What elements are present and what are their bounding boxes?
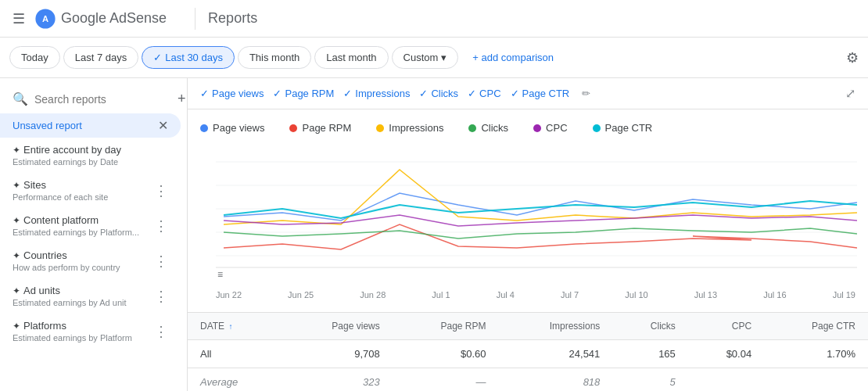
th-page-views[interactable]: Page views [282,313,393,340]
add-comparison-button[interactable]: + add comparison [464,47,561,68]
logo-text: Google AdSense [61,10,167,27]
check-icon: ✓ [200,88,209,99]
sort-icon: ↑ [228,322,232,331]
legend-page-ctr: Page CTR [593,122,653,134]
svg-text:A: A [42,14,48,23]
sidebar: 🔍 + Unsaved report ✕ ✦ Entire account by… [0,78,188,391]
content-platform-menu-icon[interactable]: ⋮ [154,217,168,235]
th-page-rpm[interactable]: Page RPM [393,313,499,340]
check-icon: ✓ [153,52,162,63]
platforms-menu-icon[interactable]: ⋮ [154,323,168,340]
row-all-clicks: 165 [612,340,688,368]
sidebar-item-content-platform-title: ✦ Content platform [13,214,148,226]
content-area: ✓ Page views ✓ Page RPM ✓ Impressions ✓ … [188,78,868,391]
x-label-4: Jul 4 [497,290,515,300]
th-impressions[interactable]: Impressions [499,313,613,340]
check-icon: ✓ [468,88,476,99]
table-header-row: DATE ↑ Page views Page RPM Impressions C… [188,313,868,340]
unsaved-report-item[interactable]: Unsaved report ✕ [0,113,181,138]
countries-menu-icon[interactable]: ⋮ [154,253,168,270]
sidebar-item-content-platform[interactable]: ✦ Content platform Estimated earnings by… [0,208,181,243]
filter-today[interactable]: Today [9,46,60,69]
legend-dot-cpc [533,124,541,132]
data-table: DATE ↑ Page views Page RPM Impressions C… [188,312,868,391]
page-title: Reports [208,10,257,27]
filter-this-month[interactable]: This month [238,46,311,69]
filter-last7[interactable]: Last 7 days [63,46,139,69]
filter-custom[interactable]: Custom ▾ [392,46,459,69]
filter-right: ⚙ [846,49,859,66]
check-icon: ✓ [511,88,519,99]
sidebar-item-sites[interactable]: ✦ Sites Performance of each site ⋮ [0,173,181,208]
metric-page-rpm[interactable]: ✓ Page RPM [273,88,334,99]
sidebar-item-countries-title: ✦ Countries [13,249,148,261]
row-all-page-ctr: 1.70% [764,340,868,368]
sidebar-item-countries-subtitle: How ads perform by country [13,263,148,272]
filter-last-month[interactable]: Last month [314,46,388,69]
sidebar-item-sites-title: ✦ Sites [13,179,148,191]
report-icon: ✦ [13,145,20,156]
row-average-cpc [688,368,764,392]
ad-units-menu-icon[interactable]: ⋮ [154,288,168,305]
collapse-icon[interactable]: ⤢ [845,86,855,101]
th-clicks[interactable]: Clicks [612,313,688,340]
metric-clicks[interactable]: ✓ Clicks [419,88,458,99]
row-average-impressions: 818 [499,368,613,392]
row-all-impressions: 24,541 [499,340,613,368]
row-all-cpc: $0.04 [688,340,764,368]
main-layout: 🔍 + Unsaved report ✕ ✦ Entire account by… [0,78,868,391]
sidebar-item-entire-account[interactable]: ✦ Entire account by day Estimated earnin… [0,138,181,173]
row-average-label: Average [188,368,282,392]
metric-cpc[interactable]: ✓ CPC [468,88,500,99]
sidebar-item-ad-units-content: ✦ Ad units Estimated earnings by Ad unit [13,285,148,307]
filter-last30[interactable]: ✓ Last 30 days [142,46,235,69]
logo: A Google AdSense [34,8,167,30]
row-all-page-views: 9,708 [282,340,393,368]
sidebar-item-content-platform-subtitle: Estimated earnings by Platform... [13,228,148,237]
sidebar-item-platforms[interactable]: ✦ Platforms Estimated earnings by Platfo… [0,314,181,349]
x-label-1: Jun 25 [288,290,314,300]
x-label-5: Jul 7 [561,290,579,300]
chart-svg-container: ≡ Jun 22 Jun 25 Jun 28 Jul 1 Jul 4 Jul 7… [200,146,855,300]
th-cpc[interactable]: CPC [688,313,764,340]
add-report-icon[interactable]: + [178,91,186,107]
search-input[interactable] [34,93,171,106]
sidebar-item-platforms-content: ✦ Platforms Estimated earnings by Platfo… [13,320,148,343]
edit-metrics-icon[interactable]: ✏ [582,88,590,99]
adsense-logo-icon: A [34,8,56,30]
metric-page-views[interactable]: ✓ Page views [200,88,264,99]
x-label-6: Jul 10 [625,290,647,300]
sidebar-item-countries[interactable]: ✦ Countries How ads perform by country ⋮ [0,243,181,278]
chart-container: Page views Page RPM Impressions Clicks C… [188,109,868,312]
legend-dot-page-views [200,124,208,132]
th-date[interactable]: DATE ↑ [188,313,282,340]
legend-dot-impressions [376,124,384,132]
sites-menu-icon[interactable]: ⋮ [154,182,168,199]
metrics-bar: ✓ Page views ✓ Page RPM ✓ Impressions ✓ … [188,78,868,109]
legend-clicks: Clicks [468,122,508,134]
x-label-9: Jul 19 [833,290,855,300]
menu-icon[interactable]: ☰ [13,10,25,27]
legend-dot-page-ctr [593,124,601,132]
row-average-page-ctr [764,368,868,392]
filterbar: Today Last 7 days ✓ Last 30 days This mo… [0,38,868,78]
row-all-label: All [188,340,282,368]
legend-impressions: Impressions [376,122,443,134]
legend-page-views: Page views [200,122,264,134]
sidebar-item-platforms-title: ✦ Platforms [13,320,148,332]
topbar-divider [195,8,195,30]
sidebar-item-entire-account-title: ✦ Entire account by day [13,144,168,156]
close-icon[interactable]: ✕ [158,118,168,133]
sidebar-item-ad-units[interactable]: ✦ Ad units Estimated earnings by Ad unit… [0,278,181,314]
row-average-page-views: 323 [282,368,393,392]
row-all-page-rpm: $0.60 [393,340,499,368]
table-row-all: All 9,708 $0.60 24,541 165 $0.04 1.70% [188,340,868,368]
metric-impressions[interactable]: ✓ Impressions [343,88,410,99]
line-chart: ≡ [200,146,857,287]
row-average-page-rpm: — [393,368,499,392]
metric-page-ctr[interactable]: ✓ Page CTR [511,88,570,99]
check-icon: ✓ [343,88,352,99]
sidebar-search-bar: 🔍 + [0,84,187,113]
th-page-ctr[interactable]: Page CTR [764,313,868,340]
gear-icon[interactable]: ⚙ [846,50,859,66]
